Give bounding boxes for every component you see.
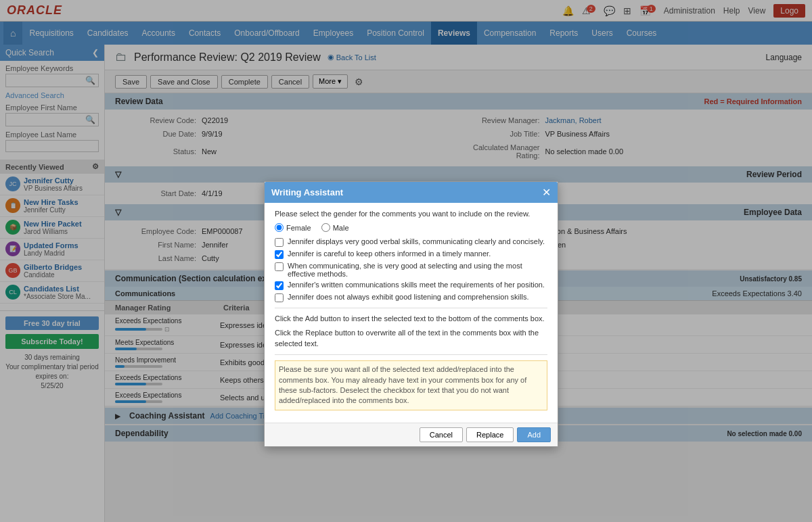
checkbox-label-5: Jennifer does not always exhibit good li… bbox=[288, 293, 529, 301]
add-note: Click the Add button to insert the selec… bbox=[275, 314, 547, 324]
female-radio-label[interactable]: Female bbox=[275, 223, 311, 232]
checkbox-row-4: Jennifer's written communications skills… bbox=[275, 281, 547, 290]
female-label: Female bbox=[286, 224, 311, 232]
modal-footer: Cancel Replace Add bbox=[265, 423, 558, 446]
checkbox-row-3: When communicating, she is very good at … bbox=[275, 262, 547, 278]
checkbox-label-1: Jennifer displays very good verbal skill… bbox=[288, 237, 545, 245]
checkbox-label-3: When communicating, she is very good at … bbox=[288, 262, 547, 278]
checkbox-3[interactable] bbox=[275, 262, 284, 271]
modal-header: Writing Assistant ✕ bbox=[265, 182, 558, 203]
replace-note: Click the Replace button to overwrite al… bbox=[275, 328, 547, 349]
checkbox-label-2: Jennifer is careful to keep others infor… bbox=[288, 250, 491, 258]
checkbox-2[interactable] bbox=[275, 250, 284, 259]
male-label: Male bbox=[333, 224, 349, 232]
modal-separator-2 bbox=[275, 354, 547, 355]
writing-assistant-modal: Writing Assistant ✕ Please select the ge… bbox=[264, 181, 558, 447]
modal-title: Writing Assistant bbox=[271, 187, 343, 197]
male-radio-label[interactable]: Male bbox=[321, 223, 349, 232]
checkbox-5[interactable] bbox=[275, 293, 284, 302]
checkbox-label-4: Jennifer's written communications skills… bbox=[288, 281, 545, 289]
modal-cancel-button[interactable]: Cancel bbox=[420, 427, 463, 442]
male-radio[interactable] bbox=[321, 223, 330, 232]
modal-warning: Please be sure you want all of the selec… bbox=[275, 360, 547, 410]
checkbox-4[interactable] bbox=[275, 281, 284, 290]
modal-separator-1 bbox=[275, 308, 547, 308]
modal-overlay: Writing Assistant ✕ Please select the ge… bbox=[0, 0, 812, 522]
female-radio[interactable] bbox=[275, 223, 284, 232]
modal-instruction: Please select the gender for the comment… bbox=[275, 210, 547, 218]
checkbox-row-5: Jennifer does not always exhibit good li… bbox=[275, 293, 547, 302]
modal-close-button[interactable]: ✕ bbox=[542, 186, 551, 199]
checkbox-1[interactable] bbox=[275, 238, 284, 247]
checkbox-row-1: Jennifer displays very good verbal skill… bbox=[275, 237, 547, 247]
modal-replace-button[interactable]: Replace bbox=[466, 427, 514, 442]
checkbox-row-2: Jennifer is careful to keep others infor… bbox=[275, 250, 547, 259]
gender-row: Female Male bbox=[275, 223, 547, 232]
modal-add-button[interactable]: Add bbox=[517, 427, 551, 442]
modal-body: Please select the gender for the comment… bbox=[265, 203, 558, 423]
